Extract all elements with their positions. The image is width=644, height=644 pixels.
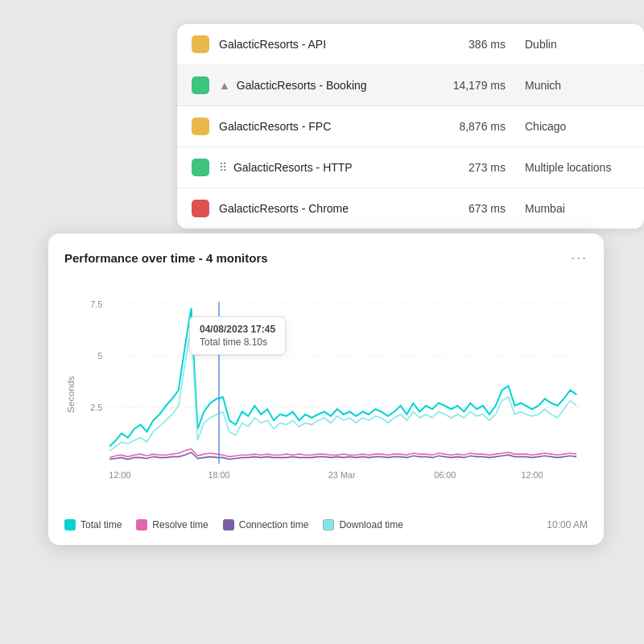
chart-title: Performance over time - 4 monitors [64, 251, 268, 265]
legend-color-total [64, 519, 76, 530]
legend-label-download: Download time [339, 519, 402, 530]
x-label-1200: 12:00 [109, 470, 130, 481]
x-label-0600: 06:00 [434, 470, 456, 481]
status-dot-green [192, 159, 209, 176]
monitor-row[interactable]: ⠿ GalacticResorts - HTTP 273 ms Multiple… [177, 147, 644, 188]
monitor-name: GalacticResorts - Chrome [219, 202, 431, 215]
monitor-row[interactable]: GalacticResorts - Chrome 673 ms Mumbai [177, 188, 644, 229]
total-time-line [109, 308, 576, 447]
y-label-25: 2.5 [90, 402, 102, 413]
monitor-location: Munich [525, 79, 630, 92]
legend-color-resolve [136, 519, 147, 530]
x-label-1800: 18:00 [208, 470, 229, 481]
grid-icon: ⠿ [219, 161, 230, 174]
chart-svg: 7.5 5 2.5 Seconds 12:00 18:00 23 Mar 06:… [64, 278, 588, 511]
legend-color-connection [223, 519, 234, 530]
cursor-diamond [215, 323, 223, 333]
status-dot-red [192, 200, 209, 217]
x-label-23mar: 23 Mar [328, 470, 356, 481]
y-label-5: 5 [97, 351, 102, 361]
monitor-time: 673 ms [441, 202, 506, 215]
legend-resolve-time: Resolve time [136, 519, 208, 530]
warning-icon: ▲ [219, 79, 233, 92]
monitor-list-card: GalacticResorts - API 386 ms Dublin ▲ Ga… [177, 24, 644, 229]
chart-header: Performance over time - 4 monitors ··· [64, 250, 588, 266]
monitor-name: GalacticResorts - API [219, 38, 431, 51]
legend-color-download [323, 519, 334, 530]
monitor-row[interactable]: ▲ GalacticResorts - Booking 14,179 ms Mu… [177, 65, 644, 106]
chart-area: 7.5 5 2.5 Seconds 12:00 18:00 23 Mar 06:… [64, 278, 588, 511]
performance-chart-card: Performance over time - 4 monitors ··· 7… [48, 233, 604, 545]
monitor-time: 14,179 ms [441, 79, 506, 92]
status-dot-yellow [192, 35, 209, 53]
chart-menu-button[interactable]: ··· [571, 250, 588, 266]
y-label-75: 7.5 [90, 299, 102, 309]
legend-download-time: Download time [323, 519, 402, 530]
monitor-time: 386 ms [441, 38, 506, 51]
legend-label-connection: Connection time [239, 519, 309, 530]
monitor-name: ▲ GalacticResorts - Booking [219, 79, 431, 92]
monitor-name: ⠿ GalacticResorts - HTTP [219, 161, 431, 174]
monitor-time: 273 ms [441, 161, 506, 174]
status-dot-yellow [192, 118, 209, 135]
chart-timestamp: 10:00 AM [547, 519, 588, 530]
legend-label-total: Total time [80, 519, 122, 530]
y-axis-title: Seconds [66, 376, 75, 413]
legend-label-resolve: Resolve time [152, 519, 208, 530]
status-dot-green [192, 76, 209, 94]
monitor-location: Chicago [525, 120, 630, 133]
legend-total-time: Total time [64, 519, 122, 530]
monitor-row[interactable]: GalacticResorts - API 386 ms Dublin [177, 24, 644, 65]
monitor-location: Mumbai [525, 202, 630, 215]
monitor-row[interactable]: GalacticResorts - FPC 8,876 ms Chicago [177, 106, 644, 147]
chart-legend: Total time Resolve time Connection time … [64, 519, 588, 530]
legend-connection-time: Connection time [223, 519, 309, 530]
monitor-location: Multiple locations [525, 161, 630, 174]
monitor-time: 8,876 ms [441, 120, 506, 133]
monitor-location: Dublin [525, 38, 630, 51]
monitor-name: GalacticResorts - FPC [219, 120, 431, 133]
x-label-1200-2: 12:00 [522, 470, 543, 481]
